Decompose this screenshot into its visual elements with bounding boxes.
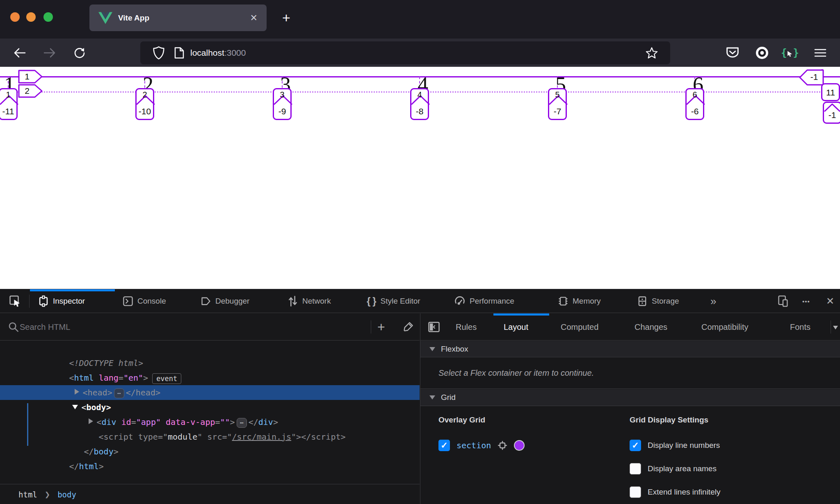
shield-icon[interactable] [153,46,165,59]
breadcrumb-item-body[interactable]: body [57,490,76,499]
bookmark-star-icon[interactable] [646,47,658,59]
grid-color-swatch[interactable] [514,440,525,451]
url-host: localhost [190,48,224,57]
grid-column-badge: 2 -10 [135,88,154,120]
tab-performance[interactable]: Performance [454,289,514,313]
section-title: Flexbox [441,345,468,354]
more-tabs-chevron[interactable]: » [710,289,716,313]
eyedropper-icon[interactable] [403,322,413,332]
setting-display-area-names: Display area names [630,463,717,475]
setting-label: Display area names [648,464,717,473]
inspector-icon [38,295,49,307]
storage-icon [637,295,648,307]
setting-label: Display line numbers [648,441,720,450]
back-button[interactable] [12,39,27,67]
setting-display-line-numbers: ✓ Display line numbers [630,439,720,452]
flexbox-section-content: Select a Flex container or item to conti… [420,357,840,389]
url-bar[interactable]: localhost:3000 [140,41,670,64]
tab-label: Inspector [53,297,85,306]
toolbar-separator [29,295,30,308]
inspector-markup-panel: Search HTML + <!DOCTYPE html> <html lang… [0,313,420,504]
sidebar-tab-computed[interactable]: Computed [561,313,598,341]
tab-style-editor[interactable]: { } Style Editor [367,289,420,313]
tab-network[interactable]: Network [288,289,331,313]
grid-column-badge-pinned: -1 [823,102,840,124]
ellipsis-badge[interactable]: ⋯ [237,418,247,428]
zoom-window-button[interactable] [43,12,53,22]
sidebar-tab-rules[interactable]: Rules [456,313,477,341]
pick-element-button[interactable] [9,289,21,313]
tab-debugger[interactable]: Debugger [201,289,249,313]
grid-line-number: 6 [687,89,703,100]
overlay-grid-item: ✓ section [438,439,525,452]
ellipsis-badge[interactable]: ⋯ [114,388,124,398]
grid-row-badge-number: 2 [18,84,37,98]
devtools-close-icon[interactable]: ✕ [826,289,834,313]
page-info-icon[interactable] [174,47,185,59]
flexbox-section-header[interactable]: Flexbox [420,341,840,357]
reload-button[interactable] [72,39,87,67]
tree-row-doctype[interactable]: <!DOCTYPE html> [0,341,420,356]
tab-storage[interactable]: Storage [637,289,679,313]
sidebar-tab-compatibility[interactable]: Compatibility [701,313,748,341]
grid-row-badge-number: -1 [805,69,824,85]
display-line-numbers-checkbox[interactable]: ✓ [630,440,641,451]
sidebar-tab-layout[interactable]: Layout [504,313,528,341]
sidebar-toggle-icon[interactable] [428,321,440,333]
breadcrumb-item-html[interactable]: html [18,490,37,499]
add-node-button[interactable]: + [377,313,385,341]
menu-hamburger-icon[interactable] [811,39,829,67]
all-tabs-chevron-icon[interactable] [833,326,838,329]
script-src-link[interactable]: /src/main.js [232,432,292,442]
grid-line-number: -1 [824,110,840,120]
jump-to-node-icon[interactable] [498,440,507,450]
style-editor-icon: { } [367,295,376,307]
tab-inspector[interactable]: Inspector [38,289,85,313]
display-area-names-checkbox[interactable] [630,463,641,474]
vue-devtools-icon[interactable]: { } [781,39,799,67]
tab-label: Network [302,297,331,306]
breadcrumb-separator-icon: ❯ [45,490,50,498]
page-viewport: 1 2 3 4 5 6 1 2 -1 1 -11 2 -10 [0,67,840,289]
grid-column-badge: 4 -8 [410,88,429,120]
collapse-arrow-icon[interactable] [72,405,78,409]
sidebar-tab-changes[interactable]: Changes [635,313,667,341]
browser-window: Vite App ✕ + localhost:3000 [0,0,840,504]
tab-memory[interactable]: Memory [558,289,601,313]
grid-column-badge: 6 -6 [685,88,704,120]
tab-label: Console [137,297,166,306]
expand-arrow-icon[interactable] [89,418,93,424]
tab-console[interactable]: Console [123,289,166,313]
section-checkbox[interactable]: ✓ [438,440,450,451]
grid-section-header[interactable]: Grid [420,389,840,406]
indent-guide [27,403,28,446]
meatball-menu-icon[interactable]: ••• [802,289,810,313]
minimize-window-button[interactable] [26,12,36,22]
grid-section-content: Overlay Grid ✓ section Grid Display Sett… [420,406,840,504]
network-icon [288,295,298,307]
event-badge[interactable]: event [152,373,181,384]
setting-extend-lines: Extend lines infinitely [630,486,720,498]
debugger-icon [201,296,211,306]
grid-column-badge: 3 -9 [273,88,292,120]
new-tab-button[interactable]: + [282,11,290,25]
tab-label: Memory [573,297,601,306]
pocket-icon[interactable] [724,39,741,67]
close-window-button[interactable] [10,12,20,22]
grid-container-name[interactable]: section [457,440,491,450]
search-input[interactable]: Search HTML [20,313,70,341]
browser-tab[interactable]: Vite App ✕ [89,5,267,31]
responsive-design-icon[interactable] [777,289,789,313]
tab-close-icon[interactable]: ✕ [250,13,258,23]
expand-arrow-icon[interactable] [75,389,79,395]
extend-lines-checkbox[interactable] [630,486,641,498]
toolbar-separator [831,320,831,334]
toolbar-separator [371,320,371,334]
sidebar-tab-fonts[interactable]: Fonts [790,313,810,341]
collapse-arrow-icon [429,395,435,400]
forward-button[interactable] [42,39,57,67]
tab-bar: Vite App ✕ + [0,0,840,39]
extension-circle-icon[interactable] [754,39,770,67]
sidebar-tabs: Rules Layout Computed Changes Compatibil… [420,313,840,341]
setting-label: Extend lines infinitely [648,488,720,497]
